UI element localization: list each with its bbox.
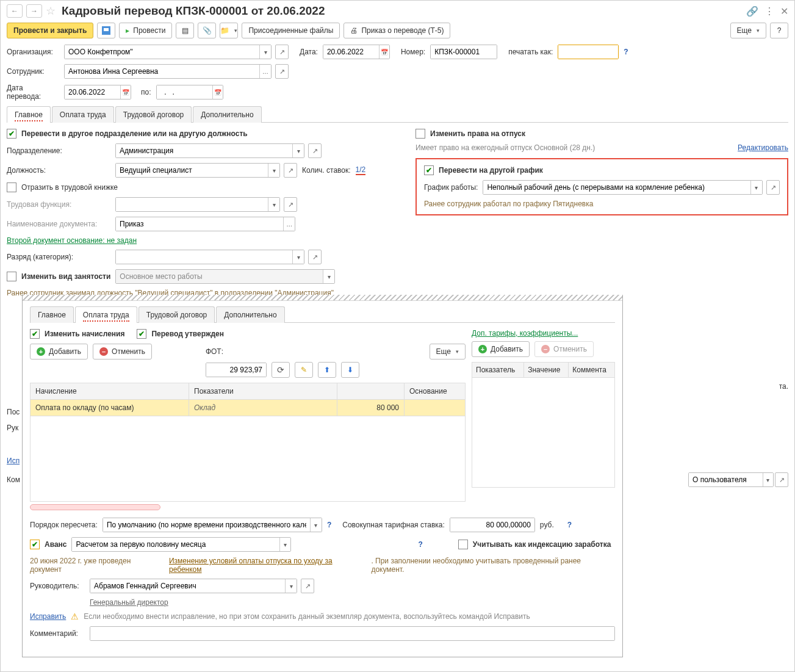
ov-tab-extra[interactable]: Дополнительно (216, 306, 284, 323)
sched-chk-label: Перевести на другой график (439, 166, 543, 175)
nav-fwd[interactable]: → (26, 4, 42, 18)
base2-link[interactable]: Второй документ основание: не задан (7, 236, 137, 245)
doc-link[interactable]: Изменение условий оплаты отпуска по уход… (169, 557, 366, 574)
link-icon[interactable]: 🔗 (746, 5, 758, 17)
fix-note: Если необходимо внести исправление, но п… (84, 612, 530, 621)
recalc-field[interactable]: ▾ (103, 518, 322, 532)
folder-button[interactable]: 📁▾ (220, 23, 238, 38)
chk-change[interactable]: ✔ (30, 329, 40, 339)
attach-button[interactable]: Присоединенные файлы (242, 23, 340, 38)
comment-field[interactable] (90, 626, 615, 641)
bg-note: та. (779, 382, 788, 391)
table-row[interactable]: Оплата по окладу (по часам)Оклад80 000 (31, 400, 466, 416)
bg-resp-field[interactable]: ▾ (688, 472, 774, 487)
save-button[interactable] (97, 23, 115, 38)
help-button[interactable]: ? (770, 23, 788, 38)
chk-index[interactable] (458, 540, 468, 549)
scrollbar[interactable] (30, 504, 160, 510)
fix-link[interactable]: Исправить (30, 612, 66, 621)
chk-emptype[interactable] (7, 272, 16, 281)
extra-link[interactable]: Доп. тарифы, коэффициенты... (472, 329, 615, 338)
chk-vac[interactable] (415, 129, 425, 139)
hint-icon[interactable]: ? (624, 48, 628, 56)
sched-field[interactable]: ▾ (483, 180, 763, 195)
sched-label: График работы: (424, 183, 478, 192)
star-icon[interactable]: ☆ (46, 4, 56, 18)
tab-extra[interactable]: Дополнительно (193, 106, 261, 123)
num-field[interactable] (430, 45, 497, 59)
cat-field[interactable]: ▾ (115, 250, 304, 264)
chk-workbook[interactable] (7, 182, 16, 192)
open-icon[interactable]: ↗ (275, 64, 289, 79)
vac-note: Имеет право на ежегодный отпуск Основной… (415, 143, 595, 152)
emp-field[interactable]: … (64, 64, 272, 79)
tab-main[interactable]: Главное (7, 106, 51, 123)
ov-tab-contract[interactable]: Трудовой договор (138, 306, 215, 323)
accrual-table[interactable]: НачислениеПоказателиОснование Оплата по … (30, 383, 466, 502)
pos-field[interactable]: ▾ (115, 163, 280, 178)
emptype-label: Изменить вид занятости (21, 272, 110, 281)
hint-icon[interactable]: ? (418, 540, 422, 549)
mgr-field[interactable]: ▾ (90, 579, 297, 593)
add-button[interactable]: +Добавить (30, 344, 88, 359)
calendar-icon[interactable]: 📅 (212, 85, 223, 99)
tdate-field[interactable]: 📅 (64, 85, 131, 99)
refresh-icon: ⟳ (277, 365, 284, 375)
rate-label: Колич. ставок: (302, 166, 351, 175)
cancel-button[interactable]: –Отменить (93, 344, 152, 359)
tab-pay[interactable]: Оплата труда (52, 106, 114, 123)
vac-label: Изменить права на отпуск (430, 129, 525, 138)
arrow-down-icon: ⬇ (347, 366, 353, 374)
post-button[interactable]: ▸Провести (119, 23, 172, 38)
chk-transfer[interactable]: ✔ (7, 129, 16, 139)
to-field[interactable]: 📅 (156, 85, 223, 99)
post-close-button[interactable]: Провести и закрыть (7, 23, 93, 38)
down-button[interactable]: ⬇ (341, 362, 359, 378)
clip-button[interactable]: 📎 (198, 23, 216, 38)
hint-icon[interactable]: ? (327, 521, 331, 529)
totrate-field[interactable] (450, 518, 535, 532)
chk-sched[interactable]: ✔ (424, 165, 434, 175)
recalc-label: Порядок пересчета: (30, 521, 98, 529)
open-icon[interactable]: ↗ (275, 45, 289, 59)
kebab-icon[interactable]: ⋮ (764, 5, 774, 17)
rate-link[interactable]: 1/2 (356, 165, 366, 175)
emp-label: Сотрудник: (7, 67, 59, 76)
fot-label: ФОТ: (206, 347, 223, 356)
calendar-icon[interactable]: 📅 (120, 85, 131, 99)
extra-table[interactable]: ПоказательЗначениеКоммента (472, 362, 615, 488)
ellipsis-icon[interactable]: … (259, 65, 271, 78)
ov-more-button[interactable]: Еще▾ (430, 344, 466, 359)
date-label: Дата: (300, 48, 318, 56)
workbook-label: Отразить в трудовой книжке (21, 183, 118, 192)
org-field[interactable]: ▾ (64, 45, 272, 59)
ov-tab-pay[interactable]: Оплата труда (75, 306, 137, 323)
print-field[interactable] (558, 45, 619, 59)
extra-add-button[interactable]: +Добавить (472, 341, 530, 357)
chk-advance[interactable]: ✔ (30, 540, 40, 549)
more-button[interactable]: Еще▾ (730, 23, 766, 38)
calendar-icon[interactable]: 📅 (379, 45, 389, 59)
close-icon[interactable]: ✕ (780, 5, 788, 17)
print-order-button[interactable]: 🖨Приказ о переводе (Т-5) (344, 23, 450, 38)
bg-com: Ком (7, 475, 20, 484)
nav-back[interactable]: ← (7, 4, 23, 18)
refresh-button[interactable]: ⟳ (272, 362, 290, 378)
docname-field[interactable]: … (115, 217, 295, 231)
mgr-pos-link[interactable]: Генеральный директор (90, 598, 168, 607)
vac-edit-link[interactable]: Редактировать (738, 143, 788, 152)
hint-icon[interactable]: ? (567, 521, 572, 529)
edit-button[interactable]: ✎ (295, 362, 313, 378)
fot-field[interactable] (206, 363, 267, 377)
date-field[interactable]: 📅 (323, 45, 390, 59)
advance-field[interactable]: ▾ (71, 537, 291, 552)
doc-button[interactable]: ▤ (176, 23, 194, 38)
up-button[interactable]: ⬆ (318, 362, 336, 378)
tab-contract[interactable]: Трудовой договор (115, 106, 192, 123)
chevron-down-icon[interactable]: ▾ (259, 45, 271, 59)
arrow-up-icon: ⬆ (324, 366, 330, 374)
dep-field[interactable]: ▾ (115, 143, 304, 158)
func-field[interactable]: ▾ (115, 197, 280, 212)
chk-approved[interactable]: ✔ (137, 329, 146, 339)
ov-tab-main[interactable]: Главное (30, 306, 74, 323)
